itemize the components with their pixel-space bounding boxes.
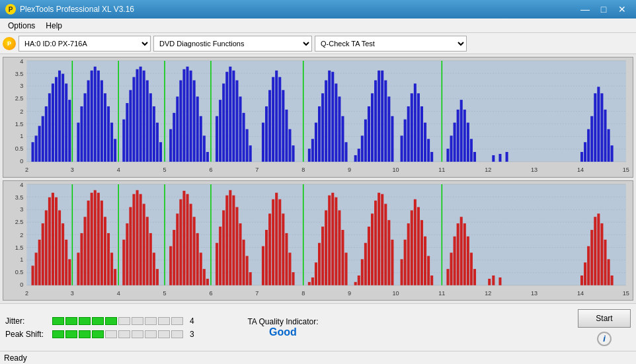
svg-rect-120 bbox=[345, 142, 348, 162]
svg-rect-242 bbox=[176, 213, 179, 285]
svg-rect-80 bbox=[182, 69, 185, 162]
svg-rect-292 bbox=[378, 192, 380, 285]
svg-rect-51 bbox=[68, 100, 71, 162]
svg-rect-224 bbox=[100, 200, 103, 285]
svg-rect-132 bbox=[391, 116, 393, 162]
svg-rect-154 bbox=[506, 152, 508, 162]
svg-rect-113 bbox=[321, 93, 324, 162]
svg-rect-43 bbox=[42, 116, 44, 162]
svg-rect-320 bbox=[584, 262, 586, 285]
svg-text:3: 3 bbox=[20, 83, 23, 89]
jitter-value: 4 bbox=[190, 316, 194, 326]
svg-text:9: 9 bbox=[348, 166, 351, 173]
svg-rect-217 bbox=[77, 252, 79, 285]
svg-rect-125 bbox=[368, 106, 370, 162]
jitter-seg-3 bbox=[79, 317, 91, 325]
svg-rect-257 bbox=[232, 195, 235, 285]
minimize-button[interactable]: — bbox=[576, 3, 594, 16]
svg-rect-323 bbox=[594, 217, 596, 285]
svg-rect-296 bbox=[391, 239, 393, 285]
svg-rect-156 bbox=[584, 142, 586, 162]
svg-rect-322 bbox=[590, 229, 593, 285]
top-chart-container: 4 3.5 3 2.5 2 1.5 1 0.5 0 2 3 4 5 6 7 8 … bbox=[3, 57, 633, 178]
svg-text:1.5: 1.5 bbox=[15, 121, 24, 127]
menu-help[interactable]: Help bbox=[40, 20, 67, 32]
svg-rect-250 bbox=[203, 269, 206, 285]
test-select[interactable]: Q-Check TA Test bbox=[315, 36, 467, 52]
ps-seg-2 bbox=[65, 330, 77, 338]
svg-rect-235 bbox=[143, 203, 145, 285]
svg-rect-231 bbox=[129, 207, 132, 285]
svg-rect-143 bbox=[446, 149, 449, 162]
svg-rect-76 bbox=[169, 129, 172, 161]
jitter-seg-9 bbox=[158, 317, 170, 325]
svg-rect-101 bbox=[268, 90, 271, 161]
svg-rect-288 bbox=[364, 242, 367, 285]
svg-rect-327 bbox=[608, 259, 610, 285]
start-button[interactable]: Start bbox=[578, 309, 631, 328]
jitter-seg-5 bbox=[105, 317, 117, 325]
svg-rect-158 bbox=[590, 116, 593, 162]
svg-rect-262 bbox=[249, 272, 252, 285]
menu-options[interactable]: Options bbox=[3, 20, 40, 32]
svg-rect-97 bbox=[246, 129, 249, 161]
close-button[interactable]: ✕ bbox=[614, 3, 631, 16]
svg-rect-126 bbox=[371, 93, 374, 162]
svg-rect-306 bbox=[430, 275, 433, 285]
svg-rect-81 bbox=[186, 67, 188, 162]
menu-bar: Options Help bbox=[0, 18, 636, 33]
svg-rect-324 bbox=[597, 213, 600, 285]
ps-seg-3 bbox=[79, 330, 91, 338]
svg-rect-65 bbox=[126, 103, 128, 162]
svg-rect-305 bbox=[427, 256, 430, 285]
svg-rect-56 bbox=[91, 71, 93, 162]
toolbar: P HA:0 ID:0 PX-716A DVD Diagnostic Funct… bbox=[0, 33, 636, 54]
svg-rect-93 bbox=[232, 71, 235, 162]
svg-rect-280 bbox=[331, 192, 334, 285]
svg-rect-107 bbox=[288, 129, 291, 161]
svg-text:3.5: 3.5 bbox=[15, 71, 24, 77]
svg-rect-136 bbox=[411, 93, 413, 162]
svg-text:2: 2 bbox=[25, 166, 28, 173]
svg-text:13: 13 bbox=[531, 166, 537, 173]
svg-rect-303 bbox=[420, 220, 423, 285]
svg-rect-252 bbox=[216, 242, 218, 285]
svg-rect-218 bbox=[80, 233, 83, 285]
svg-text:3: 3 bbox=[71, 289, 74, 296]
svg-rect-227 bbox=[110, 252, 113, 285]
svg-text:4: 4 bbox=[117, 166, 120, 173]
svg-rect-214 bbox=[61, 223, 64, 285]
svg-text:5: 5 bbox=[163, 289, 167, 296]
maximize-button[interactable]: □ bbox=[595, 3, 612, 16]
svg-rect-270 bbox=[285, 233, 288, 285]
drive-select[interactable]: HA:0 ID:0 PX-716A bbox=[19, 36, 151, 52]
function-select[interactable]: DVD Diagnostic Functions bbox=[153, 36, 312, 52]
svg-rect-284 bbox=[345, 252, 348, 285]
svg-rect-304 bbox=[424, 236, 426, 285]
svg-rect-88 bbox=[216, 116, 218, 162]
svg-text:15: 15 bbox=[623, 289, 629, 296]
svg-rect-134 bbox=[404, 120, 407, 162]
title-bar: P PlexTools Professional XL V3.16 — □ ✕ bbox=[0, 0, 636, 18]
start-section: Start i bbox=[578, 309, 631, 346]
svg-text:14: 14 bbox=[577, 289, 584, 296]
svg-rect-117 bbox=[335, 83, 337, 161]
svg-rect-301 bbox=[414, 199, 417, 285]
svg-rect-103 bbox=[275, 71, 278, 162]
jitter-seg-10 bbox=[171, 317, 183, 325]
svg-rect-146 bbox=[457, 110, 459, 162]
ps-seg-7 bbox=[132, 330, 143, 338]
svg-rect-58 bbox=[97, 71, 100, 162]
app-icon: P bbox=[5, 4, 16, 15]
svg-rect-291 bbox=[374, 200, 377, 285]
svg-rect-122 bbox=[358, 149, 360, 162]
svg-text:10: 10 bbox=[392, 166, 399, 173]
svg-rect-239 bbox=[156, 269, 159, 285]
svg-rect-118 bbox=[338, 96, 340, 162]
info-icon[interactable]: i bbox=[597, 332, 612, 346]
svg-rect-209 bbox=[45, 210, 48, 285]
svg-rect-155 bbox=[580, 152, 583, 162]
svg-rect-66 bbox=[129, 90, 132, 161]
svg-rect-276 bbox=[318, 242, 321, 285]
svg-rect-49 bbox=[61, 74, 64, 162]
